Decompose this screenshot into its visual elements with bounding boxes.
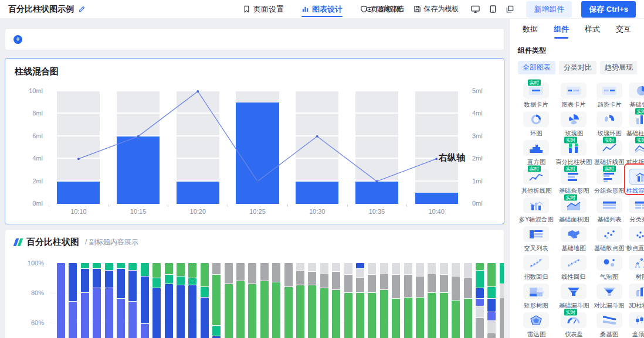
component-type-7[interactable]: 玫瑰环图 (593, 109, 625, 138)
component-type-25[interactable]: 指数回归 (518, 252, 554, 281)
component-type-19[interactable]: 基础列表 (593, 195, 625, 224)
stack-segment (368, 293, 376, 338)
component-type-12[interactable]: 实时对比折线图 (625, 138, 644, 166)
treemap-icon (523, 284, 549, 299)
stack-segment (81, 293, 89, 338)
tab-data[interactable]: 数据 (523, 19, 538, 40)
circle-plus-icon[interactable]: + (13, 35, 22, 44)
stack-segment (152, 288, 161, 338)
component-type-13[interactable]: 实时其他折线图 (518, 166, 554, 195)
stacked-bar-7 (128, 263, 137, 338)
stack-segment (332, 272, 340, 289)
component-type-6[interactable]: 玫瑰图 (554, 109, 593, 138)
pencil-icon[interactable] (78, 5, 86, 13)
component-type-23[interactable]: 基础散点图 (593, 224, 625, 252)
component-type-31[interactable]: 对比漏斗图 (593, 281, 625, 310)
category-pill-1[interactable]: 分类对比 (559, 61, 596, 74)
stack-segment (487, 321, 496, 332)
stacked-bar-33 (440, 263, 448, 338)
stack-segment (404, 275, 412, 296)
component-type-33[interactable]: 雷达图 (518, 310, 554, 338)
component-type-11[interactable]: 实时基础折线图 (593, 138, 625, 166)
stacked-bar-18 (260, 263, 269, 338)
tab-components[interactable]: 组件 (554, 19, 569, 40)
mobile-icon[interactable] (489, 5, 497, 13)
stacked-bar-24 (332, 263, 340, 338)
stack-segment (332, 290, 340, 338)
desktop-icon[interactable] (470, 5, 480, 13)
stack-segment (380, 274, 388, 289)
component-type-8[interactable]: 实时基础柱状图 (625, 109, 644, 138)
nav-chart-design[interactable]: 图表设计 (301, 0, 343, 18)
stack-segment (69, 263, 77, 301)
combo-chart-card[interactable]: 柱线混合图 0ml2ml4ml6ml8ml10ml0ml1ml2ml3ml4ml… (5, 58, 504, 224)
component-type-22[interactable]: 基础地图 (554, 224, 593, 252)
component-type-3[interactable]: 趋势卡片 (593, 80, 625, 109)
component-type-1[interactable]: 实时数据卡片 (518, 80, 554, 109)
right-axis-title: 右纵轴 (439, 152, 465, 163)
tab-style[interactable]: 样式 (585, 19, 600, 40)
component-type-32[interactable]: 3D柱状图 (625, 281, 644, 310)
component-type-29[interactable]: 矩形树图 (518, 281, 554, 310)
x-axis-tick (347, 204, 348, 207)
radar-icon (523, 312, 549, 328)
component-type-2[interactable]: 图表卡片 (554, 80, 593, 109)
component-type-14[interactable]: 实时基础条形图 (554, 166, 593, 195)
add-component-button[interactable]: 新增组件 (526, 1, 572, 18)
percent-chart-card[interactable]: 百分比柱状图 / 副标题内容展示 100%80%60% (5, 229, 504, 338)
component-type-10[interactable]: 实时百分比柱状图 (554, 138, 593, 166)
component-type-label: 对比折线图 (626, 158, 644, 166)
component-type-4[interactable]: 基础饼图 (625, 80, 644, 109)
component-type-35[interactable]: 桑基图 (593, 310, 625, 338)
stack-segment (368, 275, 376, 292)
save-button[interactable]: 保存 Ctrl+s (581, 1, 636, 18)
component-type-20[interactable]: 分类列表 (625, 195, 644, 224)
stack-segment (165, 263, 173, 274)
category-pill-0[interactable]: 全部图表 (518, 61, 555, 74)
component-type-17[interactable]: 多Y轴混合图 (518, 195, 554, 224)
component-type-18[interactable]: 实时基础面积图 (554, 195, 593, 224)
component-type-5[interactable]: 环图 (518, 109, 554, 138)
stacked-bar-2 (69, 263, 77, 338)
x-axis-label: 10:40 (419, 208, 454, 215)
component-type-15[interactable]: 实时分组条形图 (593, 166, 625, 195)
topbar-nav: 页面设置 图表设计 页面权限 (243, 0, 401, 18)
table-icon (596, 197, 622, 213)
layers-icon[interactable] (506, 5, 514, 13)
x-axis-tick (49, 204, 49, 207)
stack-segment (225, 263, 233, 284)
sidebar-body: 组件类型 全部图表分类对比趋势展现组成分析数 实时数据卡片图表卡片趋势卡片基础饼… (510, 40, 644, 338)
stack-segment (128, 263, 137, 270)
component-type-16[interactable]: 柱线混合图 (625, 166, 644, 195)
component-type-21[interactable]: 交叉列表 (518, 224, 554, 252)
x-axis-tick (168, 204, 168, 207)
component-type-30[interactable]: 基础漏斗图 (554, 281, 593, 310)
category-pill-2[interactable]: 趋势展现 (600, 61, 637, 74)
card3-icon (596, 83, 622, 98)
tab-interaction[interactable]: 交互 (616, 19, 631, 40)
component-type-label: 仪表盘 (565, 330, 583, 338)
x-axis-label: 10:35 (359, 208, 394, 215)
save-as-template-action[interactable]: 保存为模板 (413, 4, 459, 14)
component-type-24[interactable]: 散点直方图 (625, 224, 644, 252)
component-type-28[interactable]: 树图 (625, 252, 644, 281)
component-type-label: 基础饼图 (629, 100, 644, 108)
component-type-9[interactable]: 直方图 (518, 138, 554, 166)
component-type-label: 直方图 (527, 158, 545, 166)
stack-segment (464, 278, 472, 299)
stack-segment (380, 263, 388, 273)
component-type-36[interactable]: 盒须图 (625, 310, 644, 338)
nav-label: 页面权限 (371, 4, 401, 15)
component-type-34[interactable]: 实时仪表盘 (554, 310, 593, 338)
stack-segment (296, 263, 304, 270)
nav-page-permission[interactable]: 页面权限 (360, 0, 401, 18)
nav-page-settings[interactable]: 页面设置 (243, 0, 284, 18)
stack-segment (201, 287, 209, 297)
component-type-grid: 实时数据卡片图表卡片趋势卡片基础饼图环图玫瑰图玫瑰环图实时基础柱状图直方图实时百… (518, 80, 637, 338)
realtime-badge: 实时 (564, 136, 577, 143)
component-type-26[interactable]: 线性回归 (554, 252, 593, 281)
stacked-bar-25 (344, 263, 352, 338)
component-type-label: 基础列表 (597, 215, 621, 223)
component-type-27[interactable]: 气泡图 (593, 252, 625, 281)
realtime-badge: 实时 (564, 194, 577, 200)
